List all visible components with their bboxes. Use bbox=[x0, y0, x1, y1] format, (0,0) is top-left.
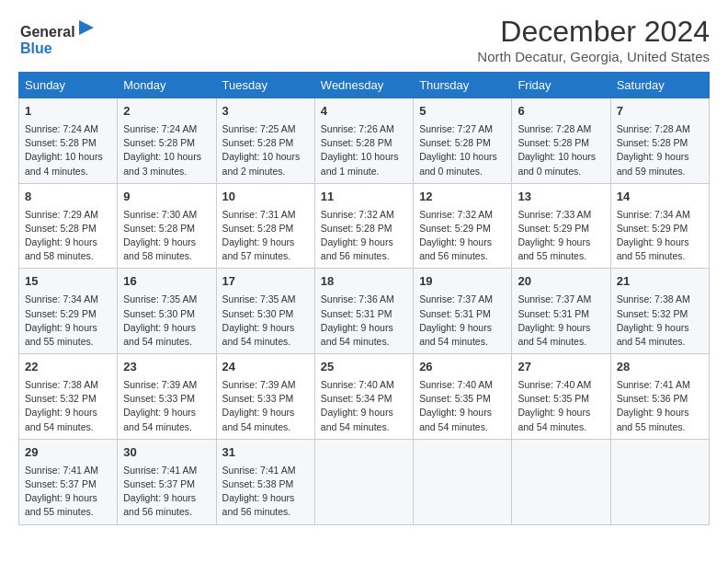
logo: General Blue bbox=[18, 18, 101, 63]
calendar-cell: 27Sunrise: 7:40 AMSunset: 5:35 PMDayligh… bbox=[512, 354, 610, 440]
day-info: Sunrise: 7:27 AMSunset: 5:28 PMDaylight:… bbox=[419, 122, 506, 178]
day-number: 14 bbox=[617, 189, 703, 206]
calendar-cell: 17Sunrise: 7:35 AMSunset: 5:30 PMDayligh… bbox=[216, 269, 314, 354]
calendar-cell: 26Sunrise: 7:40 AMSunset: 5:35 PMDayligh… bbox=[414, 354, 512, 440]
day-info: Sunrise: 7:35 AMSunset: 5:30 PMDaylight:… bbox=[222, 293, 309, 349]
header-day-tuesday: Tuesday bbox=[216, 73, 314, 98]
calendar-cell: 1Sunrise: 7:24 AMSunset: 5:28 PMDaylight… bbox=[19, 98, 118, 184]
calendar-cell: 10Sunrise: 7:31 AMSunset: 5:28 PMDayligh… bbox=[216, 183, 314, 269]
calendar-cell bbox=[610, 439, 709, 524]
calendar-cell: 14Sunrise: 7:34 AMSunset: 5:29 PMDayligh… bbox=[610, 183, 709, 269]
svg-text:General: General bbox=[20, 24, 75, 40]
calendar-cell: 4Sunrise: 7:26 AMSunset: 5:28 PMDaylight… bbox=[314, 98, 413, 184]
day-number: 29 bbox=[25, 444, 111, 462]
day-number: 13 bbox=[518, 189, 604, 206]
day-number: 18 bbox=[321, 273, 407, 291]
day-info: Sunrise: 7:37 AMSunset: 5:31 PMDaylight:… bbox=[419, 293, 506, 349]
calendar-cell: 2Sunrise: 7:24 AMSunset: 5:28 PMDaylight… bbox=[118, 98, 216, 184]
calendar-cell bbox=[414, 439, 512, 524]
day-info: Sunrise: 7:30 AMSunset: 5:28 PMDaylight:… bbox=[123, 208, 210, 264]
location-title: North Decatur, Georgia, United States bbox=[477, 49, 710, 64]
day-info: Sunrise: 7:41 AMSunset: 5:37 PMDaylight:… bbox=[123, 464, 210, 520]
day-info: Sunrise: 7:40 AMSunset: 5:34 PMDaylight:… bbox=[321, 378, 407, 434]
calendar-week-1: 1Sunrise: 7:24 AMSunset: 5:28 PMDaylight… bbox=[19, 98, 710, 184]
day-info: Sunrise: 7:28 AMSunset: 5:28 PMDaylight:… bbox=[617, 122, 703, 178]
calendar-cell: 23Sunrise: 7:39 AMSunset: 5:33 PMDayligh… bbox=[118, 354, 216, 440]
day-number: 16 bbox=[123, 273, 210, 291]
day-info: Sunrise: 7:34 AMSunset: 5:29 PMDaylight:… bbox=[617, 208, 703, 264]
day-number: 8 bbox=[25, 189, 111, 206]
day-number: 10 bbox=[222, 189, 309, 206]
calendar-cell: 3Sunrise: 7:25 AMSunset: 5:28 PMDaylight… bbox=[216, 98, 314, 184]
day-number: 11 bbox=[321, 189, 407, 206]
header-day-thursday: Thursday bbox=[414, 73, 512, 98]
day-number: 22 bbox=[25, 359, 111, 376]
day-info: Sunrise: 7:29 AMSunset: 5:28 PMDaylight:… bbox=[25, 208, 111, 264]
calendar-cell: 16Sunrise: 7:35 AMSunset: 5:30 PMDayligh… bbox=[118, 269, 216, 354]
day-info: Sunrise: 7:38 AMSunset: 5:32 PMDaylight:… bbox=[617, 293, 703, 349]
day-number: 28 bbox=[617, 359, 703, 376]
svg-text:Blue: Blue bbox=[20, 40, 52, 56]
day-number: 25 bbox=[321, 359, 407, 376]
day-number: 21 bbox=[617, 273, 703, 291]
day-info: Sunrise: 7:36 AMSunset: 5:31 PMDaylight:… bbox=[321, 293, 407, 349]
calendar-week-3: 15Sunrise: 7:34 AMSunset: 5:29 PMDayligh… bbox=[19, 269, 710, 354]
calendar-cell: 29Sunrise: 7:41 AMSunset: 5:37 PMDayligh… bbox=[19, 439, 118, 524]
calendar-cell: 7Sunrise: 7:28 AMSunset: 5:28 PMDaylight… bbox=[610, 98, 709, 184]
calendar-header-row: SundayMondayTuesdayWednesdayThursdayFrid… bbox=[19, 73, 710, 98]
logo-svg: General Blue bbox=[18, 18, 101, 59]
day-info: Sunrise: 7:39 AMSunset: 5:33 PMDaylight:… bbox=[123, 378, 210, 434]
calendar-cell: 31Sunrise: 7:41 AMSunset: 5:38 PMDayligh… bbox=[216, 439, 314, 524]
day-number: 26 bbox=[419, 359, 506, 376]
calendar-cell: 28Sunrise: 7:41 AMSunset: 5:36 PMDayligh… bbox=[610, 354, 709, 440]
calendar-cell: 24Sunrise: 7:39 AMSunset: 5:33 PMDayligh… bbox=[216, 354, 314, 440]
month-title: December 2024 bbox=[477, 15, 710, 49]
day-info: Sunrise: 7:38 AMSunset: 5:32 PMDaylight:… bbox=[25, 378, 111, 434]
day-number: 5 bbox=[419, 103, 506, 121]
day-number: 3 bbox=[222, 103, 309, 121]
calendar-cell: 22Sunrise: 7:38 AMSunset: 5:32 PMDayligh… bbox=[19, 354, 118, 440]
day-number: 30 bbox=[123, 444, 210, 462]
calendar-cell: 21Sunrise: 7:38 AMSunset: 5:32 PMDayligh… bbox=[610, 269, 709, 354]
header-day-wednesday: Wednesday bbox=[314, 73, 413, 98]
day-number: 15 bbox=[25, 273, 111, 291]
day-number: 31 bbox=[222, 444, 309, 462]
calendar-cell: 25Sunrise: 7:40 AMSunset: 5:34 PMDayligh… bbox=[314, 354, 413, 440]
day-number: 6 bbox=[518, 103, 604, 121]
calendar-week-2: 8Sunrise: 7:29 AMSunset: 5:28 PMDaylight… bbox=[19, 183, 710, 269]
calendar-week-5: 29Sunrise: 7:41 AMSunset: 5:37 PMDayligh… bbox=[19, 439, 710, 524]
day-number: 7 bbox=[617, 103, 703, 121]
calendar-cell: 19Sunrise: 7:37 AMSunset: 5:31 PMDayligh… bbox=[414, 269, 512, 354]
day-info: Sunrise: 7:24 AMSunset: 5:28 PMDaylight:… bbox=[123, 122, 210, 178]
header-day-sunday: Sunday bbox=[19, 73, 118, 98]
day-number: 27 bbox=[518, 359, 604, 376]
header-day-friday: Friday bbox=[512, 73, 610, 98]
day-info: Sunrise: 7:32 AMSunset: 5:28 PMDaylight:… bbox=[321, 208, 407, 264]
header-day-monday: Monday bbox=[118, 73, 216, 98]
logo-text: General Blue bbox=[18, 18, 101, 63]
calendar-cell: 12Sunrise: 7:32 AMSunset: 5:29 PMDayligh… bbox=[414, 183, 512, 269]
header-day-saturday: Saturday bbox=[610, 73, 709, 98]
calendar-cell: 6Sunrise: 7:28 AMSunset: 5:28 PMDaylight… bbox=[512, 98, 610, 184]
day-info: Sunrise: 7:33 AMSunset: 5:29 PMDaylight:… bbox=[518, 208, 604, 264]
title-area: December 2024 North Decatur, Georgia, Un… bbox=[477, 15, 710, 64]
calendar-cell: 5Sunrise: 7:27 AMSunset: 5:28 PMDaylight… bbox=[414, 98, 512, 184]
day-info: Sunrise: 7:34 AMSunset: 5:29 PMDaylight:… bbox=[25, 293, 111, 349]
day-info: Sunrise: 7:41 AMSunset: 5:36 PMDaylight:… bbox=[617, 378, 703, 434]
day-info: Sunrise: 7:40 AMSunset: 5:35 PMDaylight:… bbox=[419, 378, 506, 434]
day-number: 23 bbox=[123, 359, 210, 376]
day-number: 12 bbox=[419, 189, 506, 206]
calendar-cell: 20Sunrise: 7:37 AMSunset: 5:31 PMDayligh… bbox=[512, 269, 610, 354]
day-info: Sunrise: 7:24 AMSunset: 5:28 PMDaylight:… bbox=[25, 122, 111, 178]
day-info: Sunrise: 7:25 AMSunset: 5:28 PMDaylight:… bbox=[222, 122, 309, 178]
day-info: Sunrise: 7:28 AMSunset: 5:28 PMDaylight:… bbox=[518, 122, 604, 178]
day-info: Sunrise: 7:37 AMSunset: 5:31 PMDaylight:… bbox=[518, 293, 604, 349]
calendar-cell: 11Sunrise: 7:32 AMSunset: 5:28 PMDayligh… bbox=[314, 183, 413, 269]
calendar-cell bbox=[314, 439, 413, 524]
day-info: Sunrise: 7:35 AMSunset: 5:30 PMDaylight:… bbox=[123, 293, 210, 349]
calendar-cell: 8Sunrise: 7:29 AMSunset: 5:28 PMDaylight… bbox=[19, 183, 118, 269]
calendar-table: SundayMondayTuesdayWednesdayThursdayFrid… bbox=[18, 72, 710, 525]
day-number: 9 bbox=[123, 189, 210, 206]
day-info: Sunrise: 7:26 AMSunset: 5:28 PMDaylight:… bbox=[321, 122, 407, 178]
day-number: 17 bbox=[222, 273, 309, 291]
